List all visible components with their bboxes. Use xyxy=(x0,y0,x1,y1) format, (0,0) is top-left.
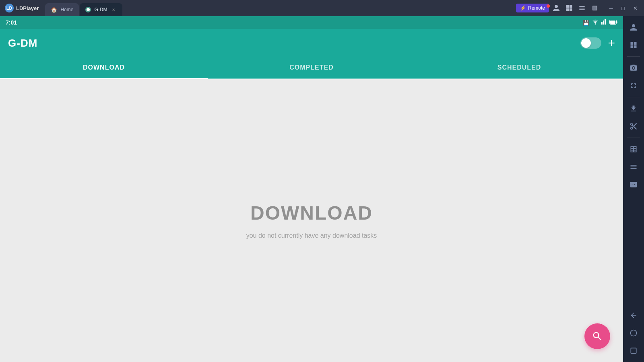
wifi-icon xyxy=(592,19,599,26)
gdm-tab-close[interactable]: ✕ xyxy=(110,6,117,13)
chrome-titlebar: LD LDPlayer 🏠 Home G-DM ✕ ⚡ Remote xyxy=(0,0,644,16)
app-header: G-DM + xyxy=(0,29,623,57)
window-controls: ─ □ ✕ xyxy=(605,2,641,14)
remote-label: Remote xyxy=(528,5,545,11)
sidebar-table-btn[interactable] xyxy=(625,141,642,157)
tab-download[interactable]: DOWNLOAD xyxy=(0,57,208,78)
tabs-area: 🏠 Home G-DM ✕ xyxy=(43,0,516,16)
sidebar-apk-btn[interactable] xyxy=(625,101,642,117)
sidebar-divider-2 xyxy=(627,97,640,97)
svg-rect-8 xyxy=(631,348,636,353)
save-status-icon: 💾 xyxy=(583,20,589,26)
status-icons: 💾 xyxy=(583,19,617,26)
gdm-tab-label: G-DM xyxy=(94,7,107,12)
gdm-tab-icon xyxy=(85,7,91,12)
toggle-switch[interactable] xyxy=(580,37,601,49)
lightning-icon: ⚡ xyxy=(520,5,526,11)
svg-point-1 xyxy=(595,23,596,25)
svg-point-0 xyxy=(87,8,90,11)
people-icon-btn[interactable] xyxy=(551,2,562,14)
tab-completed[interactable]: COMPLETED xyxy=(208,57,415,78)
tab-scheduled[interactable]: SCHEDULED xyxy=(415,57,623,78)
svg-rect-3 xyxy=(603,21,604,25)
app-tabs: DOWNLOAD COMPLETED SCHEDULED xyxy=(0,57,623,79)
svg-rect-6 xyxy=(610,21,615,24)
tab-download-label: DOWNLOAD xyxy=(83,64,125,71)
add-button[interactable]: + xyxy=(608,37,615,49)
tab-gdm[interactable]: G-DM ✕ xyxy=(80,3,122,16)
menu-icon-btn[interactable] xyxy=(576,2,588,14)
svg-point-7 xyxy=(631,330,637,336)
remote-button[interactable]: ⚡ Remote xyxy=(516,4,549,12)
main-area: 7:01 💾 xyxy=(0,16,644,362)
header-controls: + xyxy=(580,37,615,49)
empty-state-subtitle: you do not currently have any download t… xyxy=(246,232,377,239)
sidebar-screenshot-btn[interactable] xyxy=(625,60,642,76)
home-tab-label: Home xyxy=(60,7,73,12)
restore-icon-btn[interactable] xyxy=(589,2,601,14)
tab-home[interactable]: 🏠 Home xyxy=(45,3,79,16)
app-logo: LD LDPlayer xyxy=(0,4,43,12)
close-btn[interactable]: ✕ xyxy=(630,2,641,14)
sidebar-divider-3 xyxy=(627,138,640,138)
app-name: LDPlayer xyxy=(16,5,39,11)
sidebar-grid-btn[interactable] xyxy=(625,37,642,53)
toggle-thumb xyxy=(581,38,591,48)
app-title: G-DM xyxy=(8,37,37,49)
signal-icon xyxy=(601,19,607,26)
tab-scheduled-label: SCHEDULED xyxy=(497,64,541,71)
sidebar-scissors-btn[interactable] xyxy=(625,118,642,134)
sidebar-user-btn[interactable] xyxy=(625,19,642,35)
sidebar-divider-1 xyxy=(627,56,640,57)
sidebar-recent-btn[interactable] xyxy=(625,343,642,359)
empty-state-title: DOWNLOAD xyxy=(250,202,373,224)
right-sidebar xyxy=(623,16,644,362)
minimize-btn[interactable]: ─ xyxy=(605,2,617,14)
remote-badge xyxy=(547,4,550,8)
logo-icon: LD xyxy=(5,4,14,12)
chrome-controls: ⚡ Remote ─ □ ✕ xyxy=(516,2,644,14)
status-time: 7:01 xyxy=(6,19,17,26)
fab-search-button[interactable] xyxy=(584,323,610,349)
sidebar-list-btn[interactable] xyxy=(625,159,642,175)
remote-btn-wrapper: ⚡ Remote xyxy=(516,4,549,12)
emulator-screen: 7:01 💾 xyxy=(0,16,623,362)
maximize-btn[interactable]: □ xyxy=(617,2,629,14)
sidebar-fullscreen-btn[interactable] xyxy=(625,78,642,94)
app-content: DOWNLOAD you do not currently have any d… xyxy=(0,79,623,362)
svg-rect-4 xyxy=(605,19,606,25)
android-status-bar: 7:01 💾 xyxy=(0,16,623,29)
svg-rect-2 xyxy=(601,22,603,25)
home-tab-icon: 🏠 xyxy=(51,7,57,13)
sidebar-back-btn[interactable] xyxy=(625,307,642,323)
sidebar-home-btn[interactable] xyxy=(625,325,642,341)
battery-icon xyxy=(609,19,617,26)
sidebar-terminal-btn[interactable] xyxy=(625,177,642,193)
grid-icon-btn[interactable] xyxy=(564,2,575,14)
tab-completed-label: COMPLETED xyxy=(289,64,333,71)
